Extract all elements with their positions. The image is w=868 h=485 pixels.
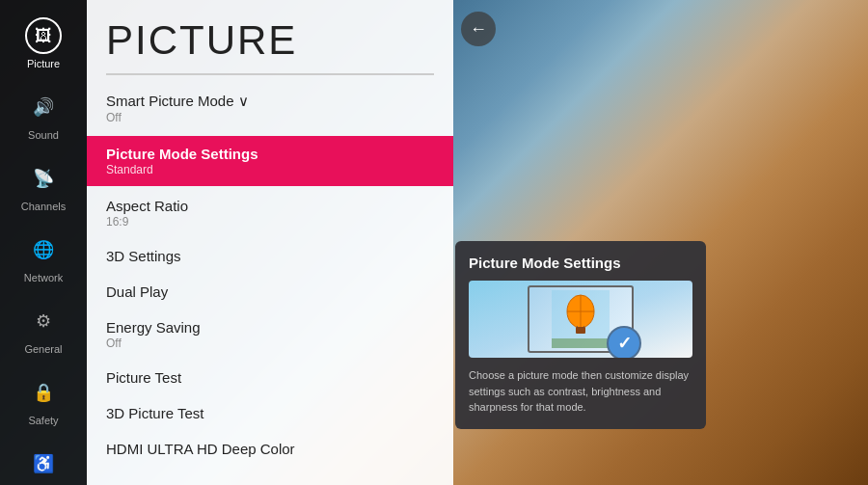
- sidebar-item-picture[interactable]: 🖼 Picture: [0, 8, 87, 79]
- menu-item-aspect-ratio[interactable]: Aspect Ratio 16:9: [87, 188, 453, 238]
- sidebar-item-general[interactable]: ⚙ General: [0, 293, 87, 364]
- tooltip-image: ✓: [469, 281, 692, 358]
- picture-mode-settings-label: Picture Mode Settings: [106, 146, 434, 162]
- aspect-ratio-label: Aspect Ratio: [106, 198, 434, 214]
- sidebar-label-sound: Sound: [28, 129, 59, 141]
- sidebar-label-general: General: [24, 343, 62, 355]
- menu-item-dual-play[interactable]: Dual Play: [87, 274, 453, 310]
- aspect-ratio-sub: 16:9: [106, 215, 434, 229]
- svg-rect-5: [576, 327, 585, 334]
- dual-play-label: Dual Play: [106, 283, 434, 300]
- sidebar-label-network: Network: [24, 272, 63, 283]
- menu-item-smart-picture-mode[interactable]: Smart Picture Mode ∨ Off: [87, 83, 453, 134]
- tooltip-description: Choose a picture mode then customize dis…: [469, 367, 692, 416]
- hdmi-ultra-hd-label: HDMI ULTRA HD Deep Color: [106, 441, 434, 457]
- balloon-illustration: [552, 290, 610, 348]
- sidebar-item-safety[interactable]: 🔒 Safety: [0, 364, 87, 436]
- general-icon: ⚙: [25, 303, 62, 339]
- 3d-settings-label: 3D Settings: [106, 248, 434, 264]
- back-icon: ←: [470, 19, 487, 40]
- tooltip-popup: Picture Mode Settings ✓: [455, 241, 706, 429]
- picture-mode-settings-sub: Standard: [106, 163, 434, 176]
- tv-preview: ✓: [528, 285, 634, 353]
- sidebar-item-network[interactable]: 🌐 Network: [0, 222, 87, 293]
- network-icon: 🌐: [25, 231, 62, 268]
- sidebar: 🖼 Picture 🔊 Sound 📡 Channels 🌐 Network ⚙…: [0, 0, 87, 485]
- divider: [106, 73, 434, 75]
- 3d-picture-test-label: 3D Picture Test: [106, 405, 434, 421]
- tooltip-title: Picture Mode Settings: [469, 255, 692, 271]
- menu-item-hdmi-ultra-hd[interactable]: HDMI ULTRA HD Deep Color: [87, 431, 453, 467]
- smart-picture-mode-sub: Off: [106, 111, 434, 124]
- page-title: PICTURE: [87, 0, 453, 73]
- safety-icon: 🔒: [25, 374, 62, 411]
- energy-saving-sub: Off: [106, 337, 434, 350]
- smart-picture-mode-label: Smart Picture Mode ∨: [106, 93, 434, 110]
- picture-icon: 🖼: [25, 17, 62, 54]
- sound-icon: 🔊: [25, 89, 62, 125]
- sidebar-item-channels[interactable]: 📡 Channels: [0, 150, 87, 222]
- menu-item-3d-settings[interactable]: 3D Settings: [87, 238, 453, 274]
- sidebar-label-channels: Channels: [21, 201, 66, 212]
- menu-item-picture-mode-settings[interactable]: Picture Mode Settings Standard: [87, 136, 453, 186]
- energy-saving-label: Energy Saving: [106, 319, 434, 336]
- sidebar-item-accessibility[interactable]: ♿ Accessibility: [0, 436, 87, 485]
- svg-rect-8: [552, 338, 610, 348]
- main-content: PICTURE Smart Picture Mode ∨ Off Picture…: [87, 0, 453, 485]
- menu-item-picture-test[interactable]: Picture Test: [87, 360, 453, 395]
- sidebar-label-picture: Picture: [27, 58, 60, 69]
- channels-icon: 📡: [25, 160, 62, 197]
- sidebar-item-sound[interactable]: 🔊 Sound: [0, 79, 87, 150]
- picture-test-label: Picture Test: [106, 369, 434, 386]
- menu-item-energy-saving[interactable]: Energy Saving Off: [87, 310, 453, 360]
- accessibility-icon: ♿: [25, 445, 62, 482]
- checkmark-badge: ✓: [607, 326, 641, 358]
- sidebar-label-safety: Safety: [28, 415, 58, 426]
- back-button[interactable]: ←: [461, 12, 496, 46]
- menu-item-3d-picture-test[interactable]: 3D Picture Test: [87, 395, 453, 431]
